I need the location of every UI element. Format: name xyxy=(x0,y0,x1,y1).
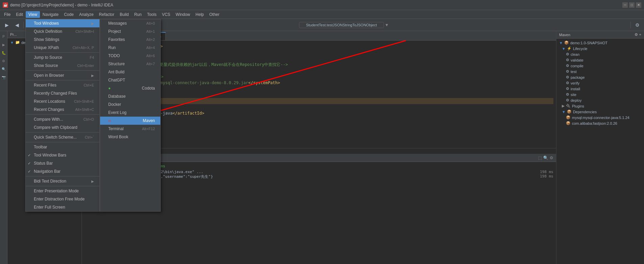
menu-item-show-source[interactable]: Show Source Ctrl+Enter xyxy=(26,62,99,70)
maven-clean[interactable]: ⚙clean xyxy=(558,51,643,57)
menu-navigate[interactable]: Navigate xyxy=(40,11,61,18)
menu-code[interactable]: Code xyxy=(61,11,76,18)
submenu-database[interactable]: Database xyxy=(100,92,160,100)
maven-root[interactable]: ▼ 📦 demo:1.0-SNAPSHOT xyxy=(558,40,643,46)
compare-with-label: Compare With... xyxy=(34,117,63,122)
maven-site[interactable]: ⚙site xyxy=(558,92,643,97)
menu-vcs[interactable]: VCS xyxy=(159,11,173,18)
maven-dependencies-parent[interactable]: ▼ 📦 Dependencies xyxy=(558,109,643,115)
menu-item-compare-clipboard[interactable]: Compare with Clipboard xyxy=(26,123,99,131)
sidebar-camera-icon[interactable]: 📷 xyxy=(0,74,7,80)
toolwindows-submenu-menu: Messages Alt+0 Project Alt+1 Favorites A… xyxy=(100,19,161,212)
menu-item-presentation[interactable]: Enter Presentation Mode xyxy=(26,187,99,195)
search-icon[interactable]: 🔍 xyxy=(543,155,548,160)
open-browser-arrow: ▶ xyxy=(91,74,94,77)
toolbar-gear[interactable]: ⚙ xyxy=(632,20,642,30)
menu-file[interactable]: File xyxy=(1,11,13,18)
menu-item-bidi-text[interactable]: Bidi Text Direction ▶ xyxy=(26,177,99,185)
messages-shortcut: Alt+0 xyxy=(146,21,155,25)
run-time-1: 198 ms xyxy=(540,170,553,174)
menu-item-tool-window-bars[interactable]: Tool Window Bars xyxy=(26,151,99,159)
submenu-structure[interactable]: Structure Alt+7 xyxy=(100,60,160,68)
menu-item-distraction-free[interactable]: Enter Distraction Free Mode xyxy=(26,195,99,203)
submenu-terminal[interactable]: Terminal Alt+F12 xyxy=(100,125,160,133)
recent-changes-label: Recent Changes xyxy=(34,107,64,112)
menu-run[interactable]: Run xyxy=(132,11,144,18)
sidebar-settings-icon[interactable]: ⚙ xyxy=(0,57,7,64)
menu-tools[interactable]: Tools xyxy=(144,11,159,18)
maven-gear-icon[interactable]: + xyxy=(639,32,641,37)
menu-item-nav-bar[interactable]: Navigation Bar xyxy=(26,167,99,175)
recent-files-label: Recent Files xyxy=(34,83,56,88)
menu-item-tool-windows[interactable]: Tool Windows ▶ xyxy=(26,19,99,27)
sep-4 xyxy=(26,114,99,115)
menu-item-recently-changed[interactable]: Recently Changed Files xyxy=(26,89,99,97)
submenu-word-book[interactable]: Word Book xyxy=(100,133,160,141)
submenu-docker[interactable]: Docker xyxy=(100,100,160,109)
menu-item-toolbar[interactable]: Toolbar xyxy=(26,143,99,151)
toolbar-demo[interactable]: ▶ xyxy=(2,20,12,30)
maven-install[interactable]: ⚙install xyxy=(558,86,643,92)
maven-lifecycle-parent[interactable]: ▼ ⚡ Lifecycle xyxy=(558,46,643,51)
menu-item-jump-source[interactable]: Jump to Source F4 xyxy=(26,53,99,62)
menu-item-show-siblings[interactable]: Show Siblings xyxy=(26,35,99,44)
tool-window-bars-label: Tool Window Bars xyxy=(34,153,66,158)
submenu-run[interactable]: Run Alt+4 xyxy=(100,44,160,52)
submenu-todo[interactable]: TODO Alt+6 xyxy=(100,52,160,60)
menu-help[interactable]: Help xyxy=(193,11,207,18)
submenu-messages[interactable]: Messages Alt+0 xyxy=(100,19,160,27)
maven-dep-mysql[interactable]: 📦mysql:mysql-connector-java:5.1.24 xyxy=(558,115,643,120)
menu-item-open-browser[interactable]: Open in Browser ▶ xyxy=(26,71,99,79)
tool-windows-arrow: ▶ xyxy=(91,22,94,25)
favorites-shortcut: Alt+2 xyxy=(146,38,155,42)
submenu-maven[interactable]: m Maven xyxy=(100,117,160,125)
structure-shortcut: Alt+7 xyxy=(146,62,155,66)
menu-item-status-bar[interactable]: Status Bar xyxy=(26,159,99,167)
maven-package[interactable]: ⚙package xyxy=(558,74,643,80)
menu-item-compare-with[interactable]: Compare With... Ctrl+D xyxy=(26,115,99,123)
view-dropdown-overlay: Tool Windows ▶ Quick Definition Ctrl+Shi… xyxy=(25,19,161,212)
submenu-project[interactable]: Project Alt+1 xyxy=(100,27,160,35)
presentation-label: Enter Presentation Mode xyxy=(34,189,79,193)
sep-8 xyxy=(26,186,99,186)
submenu-favorites[interactable]: Favorites Alt+2 xyxy=(100,35,160,44)
maven-settings-icon[interactable]: ⚙ xyxy=(635,32,638,37)
maven-test[interactable]: ⚙test xyxy=(558,69,643,74)
submenu-event-log[interactable]: Event Log xyxy=(100,109,160,117)
submenu-codota[interactable]: ● Codota xyxy=(100,84,160,92)
settings-icon[interactable]: ⚙ xyxy=(550,155,553,160)
submenu-chatgpt[interactable]: ChatGPT xyxy=(100,76,160,84)
submenu-ant-build[interactable]: Ant Build xyxy=(100,68,160,76)
menu-item-full-screen[interactable]: Enter Full Screen xyxy=(26,203,99,211)
menu-view[interactable]: View xyxy=(26,11,40,18)
sep-5 xyxy=(26,132,99,133)
toolbar-back[interactable]: ◀ xyxy=(12,20,22,30)
maximize-button[interactable]: □ xyxy=(629,2,635,8)
sidebar-project-icon[interactable]: P xyxy=(0,33,7,40)
menu-refactor[interactable]: Refactor xyxy=(96,11,117,18)
maven-compile[interactable]: ⚙compile xyxy=(558,63,643,69)
close-button[interactable]: ✕ xyxy=(636,2,641,8)
maven-plugins-parent[interactable]: ▶ 🔌 Plugins xyxy=(558,103,643,109)
menu-window[interactable]: Window xyxy=(173,11,193,18)
minimize-button[interactable]: ─ xyxy=(622,2,628,8)
maven-deploy[interactable]: ⚙deploy xyxy=(558,97,643,103)
menu-item-quick-def[interactable]: Quick Definition Ctrl+Shift+I xyxy=(26,27,99,35)
expand-icon[interactable]: ⬚ xyxy=(538,155,542,160)
sidebar-search-icon[interactable]: 🔍 xyxy=(0,66,7,72)
sidebar-run-icon[interactable]: ▶ xyxy=(0,41,7,48)
menu-item-quick-switch[interactable]: Quick Switch Scheme... Ctrl+` xyxy=(26,133,99,141)
menu-other[interactable]: Other xyxy=(207,11,222,18)
menu-item-recent-changes[interactable]: Recent Changes Alt+Shift+C xyxy=(26,105,99,114)
menu-analyze[interactable]: Analyze xyxy=(76,11,96,18)
maven-verify[interactable]: ⚙verify xyxy=(558,80,643,86)
maven-validate[interactable]: ⚙validate xyxy=(558,57,643,63)
sidebar-debug-icon[interactable]: 🐛 xyxy=(0,49,7,56)
menu-item-unique-xpath[interactable]: Unique XPath Ctrl+Alt+X, P xyxy=(26,44,99,52)
menu-item-recent-locs[interactable]: Recent Locations Ctrl+Shift+E xyxy=(26,97,99,105)
menu-item-recent-files[interactable]: Recent Files Ctrl+E xyxy=(26,81,99,89)
menu-build[interactable]: Build xyxy=(117,11,132,18)
jump-source-shortcut: F4 xyxy=(90,55,94,59)
maven-dep-fastjson[interactable]: 📦com.alibaba:fastjson:2.0.26 xyxy=(558,120,643,126)
menu-edit[interactable]: Edit xyxy=(13,11,26,18)
